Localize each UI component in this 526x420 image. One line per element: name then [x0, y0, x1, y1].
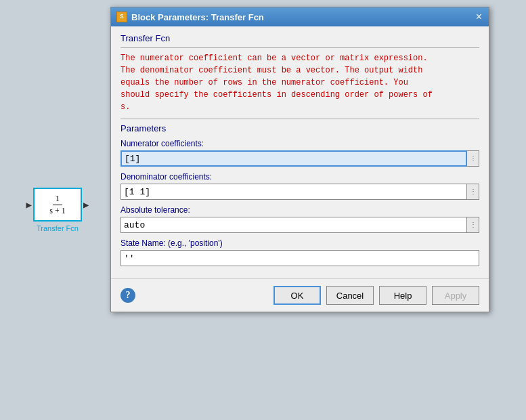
block-wrapper: ▶ 1 s + 1 ▶ — [26, 188, 89, 222]
tolerance-input[interactable] — [120, 217, 467, 233]
description-text: The numerator coefficient can be a vecto… — [120, 52, 479, 113]
block-numerator: 1 — [53, 194, 62, 205]
state-name-label: State Name: (e.g., 'position') — [120, 238, 479, 248]
params-divider — [120, 119, 479, 119]
desc-line-1: The numerator coefficient can be a vecto… — [120, 54, 428, 63]
dialog-title: Block Parameters: Transfer Fcn — [131, 12, 470, 22]
state-name-row — [120, 250, 479, 266]
params-title: Parameters — [120, 123, 479, 133]
canvas-area: ▶ 1 s + 1 ▶ Transfer Fcn — [0, 0, 115, 420]
numerator-input[interactable] — [120, 150, 467, 167]
apply-button[interactable]: Apply — [432, 286, 479, 305]
numerator-label: Numerator coefficients: — [120, 139, 479, 148]
close-button[interactable]: × — [475, 12, 483, 22]
section-title: Transfer Fcn — [120, 33, 479, 43]
output-arrow: ▶ — [83, 199, 89, 211]
numerator-menu-btn[interactable]: ⋮ — [467, 150, 479, 167]
desc-line-4: should specify the coefficients in desce… — [120, 90, 433, 100]
input-arrow: ▶ — [26, 199, 32, 211]
desc-line-2: The denominator coefficient must be a ve… — [120, 66, 422, 75]
params-section: Parameters Numerator coefficients: ⋮ Den… — [120, 123, 479, 266]
denominator-input[interactable] — [120, 184, 467, 200]
dialog-titlebar: S Block Parameters: Transfer Fcn × — [111, 7, 489, 26]
tolerance-label: Absolute tolerance: — [120, 205, 479, 215]
tolerance-menu-btn[interactable]: ⋮ — [467, 217, 479, 233]
help-icon[interactable]: ? — [120, 288, 135, 303]
help-button[interactable]: Help — [379, 286, 426, 305]
dialog-icon-label: S — [120, 14, 123, 20]
numerator-row: ⋮ — [120, 150, 479, 167]
block-container: ▶ 1 s + 1 ▶ Transfer Fcn — [26, 188, 89, 232]
desc-line-3: equals the number of rows in the numerat… — [120, 78, 408, 87]
tolerance-row: ⋮ — [120, 217, 479, 233]
block-label: Transfer Fcn — [37, 224, 79, 232]
dialog-footer: ? OK Cancel Help Apply — [111, 278, 489, 312]
denominator-menu-btn[interactable]: ⋮ — [467, 184, 479, 200]
desc-line-5: s. — [120, 102, 130, 112]
ok-button[interactable]: OK — [273, 286, 321, 305]
top-divider — [120, 47, 479, 48]
dialog-body: Transfer Fcn The numerator coefficient c… — [111, 26, 489, 273]
block-parameters-dialog: S Block Parameters: Transfer Fcn × Trans… — [110, 7, 489, 312]
dialog-icon: S — [116, 12, 127, 22]
block-denominator: s + 1 — [47, 205, 68, 216]
state-name-input[interactable] — [120, 250, 479, 266]
cancel-button[interactable]: Cancel — [326, 286, 374, 305]
denominator-row: ⋮ — [120, 184, 479, 200]
transfer-fcn-block[interactable]: 1 s + 1 — [33, 188, 82, 222]
denominator-label: Denominator coefficients: — [120, 172, 479, 182]
